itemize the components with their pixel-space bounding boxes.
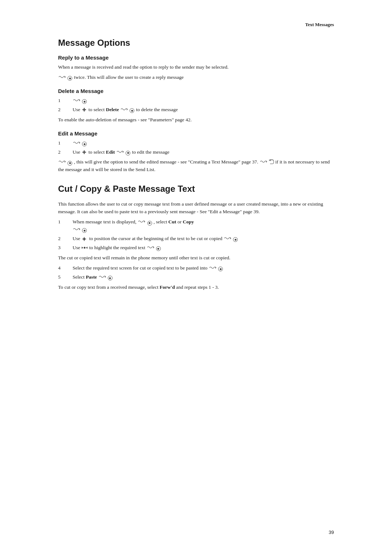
nav-icon-step1b bbox=[73, 227, 81, 231]
nav-icon-step3 bbox=[147, 245, 155, 250]
nav-icon-edit3 bbox=[58, 159, 66, 164]
nav-icon-edit4 bbox=[260, 159, 268, 164]
nav-icon-reply bbox=[58, 74, 66, 79]
delete-steps: 1 2 Use bbox=[58, 97, 334, 114]
footer-prefix: To cut or copy text from a received mess… bbox=[58, 284, 158, 290]
edit-step-1: 1 bbox=[58, 139, 334, 147]
step4-prefix: Select the required text screen for cut … bbox=[73, 265, 209, 271]
nav4-icon-edit bbox=[82, 150, 87, 155]
footer-suffix: and repeat steps 1 - 3. bbox=[176, 284, 219, 290]
page: Text Messages Message Options Reply to a… bbox=[0, 0, 392, 555]
nav-icon-del1 bbox=[73, 98, 81, 102]
svg-marker-2 bbox=[82, 109, 83, 110]
nav-icon-step4 bbox=[209, 265, 217, 270]
nav-icon-step5 bbox=[98, 274, 106, 279]
cut-copy-note-between: The cut or copied text will remain in th… bbox=[58, 254, 334, 262]
svg-marker-11 bbox=[84, 240, 85, 241]
svg-marker-3 bbox=[85, 109, 86, 110]
nav-icon-del2 bbox=[120, 107, 128, 112]
cut-copy-step-3: 3 Use to highlight the required text bbox=[58, 244, 334, 252]
reply-para1: When a message is received and read the … bbox=[58, 64, 334, 71]
subsection-edit: Edit a Message 1 2 Use bbox=[58, 130, 334, 174]
ok-icon-step4 bbox=[218, 267, 223, 271]
svg-marker-0 bbox=[83, 108, 85, 109]
cut-copy-step-4: 4 Select the required text screen for cu… bbox=[58, 264, 334, 272]
cut-copy-step-1: 1 When message text is displayed, , sele… bbox=[58, 218, 334, 234]
delete-step-2: 2 Use to select Delete bbox=[58, 106, 334, 114]
delete-step2-suffix: to delete the message bbox=[136, 107, 178, 112]
edit-heading: Edit a Message bbox=[58, 130, 334, 137]
subsection-delete: Delete a Message 1 2 Use bbox=[58, 88, 334, 124]
nav4-icon-step2 bbox=[82, 236, 87, 242]
edit-step-2: 2 Use to select Edit bbox=[58, 149, 334, 156]
ok-icon-step2 bbox=[233, 237, 238, 242]
svg-marker-6 bbox=[83, 153, 85, 154]
step3-prefix: Use bbox=[73, 245, 81, 250]
ok-icon-del1 bbox=[82, 99, 87, 104]
cut-copy-intro: This function allows the user to cut or … bbox=[58, 200, 334, 216]
svg-marker-12 bbox=[82, 238, 83, 240]
header-section-label: Text Messages bbox=[305, 22, 334, 27]
svg-marker-8 bbox=[85, 151, 86, 153]
ok-icon-del2 bbox=[130, 108, 134, 113]
nav-icon-step1 bbox=[138, 219, 146, 224]
cut-copy-steps-45: 4 Select the required text screen for cu… bbox=[58, 264, 334, 281]
edit-para3-middle: , this will give the option to send the … bbox=[74, 159, 260, 165]
page-header: Text Messages bbox=[58, 22, 334, 28]
delete-step-1: 1 bbox=[58, 97, 334, 105]
ok-icon-reply bbox=[68, 76, 72, 81]
svg-marker-16 bbox=[86, 247, 87, 249]
nav-icon-edit2 bbox=[116, 149, 124, 154]
step1-select: , select Cut or Copy bbox=[154, 219, 194, 224]
nav-icon-edit1 bbox=[73, 140, 81, 145]
reply-para2: twice. This will allow the user to creat… bbox=[58, 74, 334, 81]
cut-copy-footer: To cut or copy text from a received mess… bbox=[58, 284, 334, 291]
ok-icon-step5 bbox=[108, 276, 113, 280]
step2-suffix: to position the cursor at the beginning … bbox=[89, 236, 224, 241]
cut-copy-step-2: 2 Use to position the cursor at the begi… bbox=[58, 235, 334, 243]
ok-icon-step3 bbox=[156, 246, 161, 251]
page-number: 39 bbox=[329, 530, 334, 535]
edit-steps: 1 2 Use bbox=[58, 139, 334, 156]
svg-point-14 bbox=[83, 238, 85, 240]
svg-marker-13 bbox=[85, 238, 86, 240]
edit-step2-mid: to select Edit bbox=[89, 149, 116, 155]
edit-para3: , this will give the option to send the … bbox=[58, 158, 334, 174]
step2-prefix: Use bbox=[73, 236, 81, 241]
svg-marker-10 bbox=[84, 237, 85, 238]
back-icon-edit bbox=[269, 159, 274, 164]
ok-icon-step1b bbox=[82, 228, 87, 233]
cut-copy-section: This function allows the user to cut or … bbox=[58, 200, 334, 291]
section-title-message-options: Message Options bbox=[58, 38, 334, 48]
svg-marker-5 bbox=[83, 150, 85, 151]
nav4-icon-del bbox=[82, 107, 87, 112]
ok-icon-edit2 bbox=[126, 151, 130, 155]
svg-point-17 bbox=[84, 247, 86, 248]
cut-copy-step-5: 5 Select Paste bbox=[58, 274, 334, 281]
svg-marker-7 bbox=[82, 151, 83, 153]
ok-icon-edit1 bbox=[82, 142, 87, 146]
footer-bold: Forw'd bbox=[160, 284, 176, 290]
edit-step2-suffix: to edit the message bbox=[132, 149, 170, 155]
nav-lr-icon-step3 bbox=[81, 245, 88, 250]
edit-step2-text: Use bbox=[73, 149, 81, 155]
subsection-reply: Reply to a Message When a message is rec… bbox=[58, 54, 334, 81]
step5-prefix: Select Paste bbox=[73, 274, 98, 280]
nav-icon-step2 bbox=[224, 236, 232, 240]
section-title-cut-copy: Cut / Copy & Paste Message Text bbox=[58, 184, 334, 194]
step3-suffix: to highlight the required text bbox=[89, 245, 147, 250]
step1-prefix: When message text is displayed, bbox=[73, 219, 138, 224]
delete-step2-text: Use bbox=[73, 107, 81, 112]
svg-marker-1 bbox=[83, 110, 85, 112]
ok-icon-edit3 bbox=[68, 161, 72, 166]
delete-step2-mid: to select Delete bbox=[89, 107, 120, 112]
svg-point-9 bbox=[83, 151, 85, 153]
svg-marker-15 bbox=[82, 247, 83, 249]
delete-note: To enable the auto-deletion of messages … bbox=[58, 116, 334, 124]
svg-point-4 bbox=[83, 109, 85, 110]
reply-para2-suffix: twice. This will allow the user to creat… bbox=[74, 74, 184, 80]
ok-icon-step1 bbox=[147, 221, 152, 226]
cut-copy-steps: 1 When message text is displayed, , sele… bbox=[58, 218, 334, 252]
reply-heading: Reply to a Message bbox=[58, 54, 334, 61]
delete-heading: Delete a Message bbox=[58, 88, 334, 94]
